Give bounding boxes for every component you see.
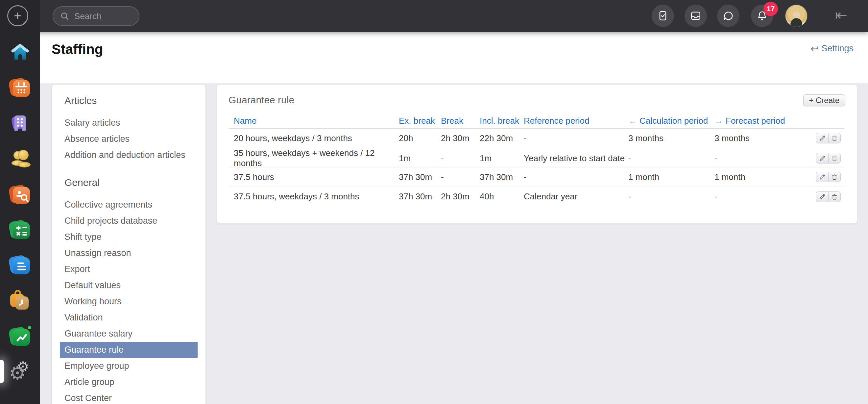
nav-item-working-hours[interactable]: Working hours [60, 293, 197, 310]
home-icon [9, 42, 31, 63]
settings-nav-panel: Articles Salary articles Absence article… [52, 84, 206, 404]
table-row: 20 hours, weekdays / 3 months 20h 2h 30m… [228, 128, 845, 148]
trash-icon [831, 135, 838, 142]
global-search[interactable] [53, 6, 140, 26]
back-arrow-icon: ↩ [810, 43, 819, 54]
pencil-icon [819, 155, 826, 162]
pencil-icon [819, 135, 826, 142]
sidebar-item-company[interactable] [9, 113, 31, 134]
column-header-calculation-period[interactable]: ←Calculation period [628, 116, 714, 126]
section-heading-general: General [64, 177, 193, 188]
building-icon [9, 113, 31, 134]
create-button[interactable]: + Create [803, 94, 845, 106]
sidebar-item-calculator[interactable] [9, 220, 31, 241]
active-app-indicator [0, 360, 4, 383]
trash-icon [831, 155, 838, 162]
trash-icon [831, 193, 838, 200]
nav-item-salary-articles[interactable]: Salary articles [60, 115, 197, 131]
column-header-name[interactable]: Name [228, 116, 399, 126]
chat-button[interactable] [717, 5, 739, 27]
search-input[interactable] [74, 11, 127, 21]
section-heading-articles: Articles [64, 95, 193, 106]
sidebar-item-time-tracking[interactable] [9, 290, 31, 311]
tasks-button[interactable] [652, 5, 674, 27]
sidebar-item-settings[interactable]: ⚙⚙ [9, 361, 31, 382]
panel-title: Guarantee rule [228, 94, 294, 106]
column-header-reference-period[interactable]: Reference period [524, 116, 628, 126]
nav-item-absence-articles[interactable]: Absence articles [60, 131, 197, 147]
nav-item-child-projects-database[interactable]: Child projects database [60, 213, 197, 229]
general-list: Collective agreements Child projects dat… [64, 197, 193, 404]
edit-button[interactable] [816, 153, 828, 164]
settings-link-label: Settings [821, 44, 854, 54]
nav-item-default-values[interactable]: Default values [60, 277, 197, 293]
coins-icon [9, 148, 31, 169]
inbox-button[interactable] [685, 5, 707, 27]
sidebar-item-documents[interactable] [9, 255, 31, 276]
nav-item-collective-agreements[interactable]: Collective agreements [60, 197, 197, 213]
edit-button[interactable] [816, 133, 828, 143]
pencil-icon [819, 193, 826, 200]
chat-icon [722, 10, 734, 22]
left-arrow-icon: ← [628, 116, 637, 126]
settings-link[interactable]: ↩ Settings [810, 43, 854, 54]
column-header-forecast-period[interactable]: →Forecast period [714, 116, 816, 126]
delete-button[interactable] [828, 192, 841, 202]
delete-button[interactable] [828, 153, 841, 164]
edit-button[interactable] [816, 192, 828, 202]
notification-count-badge: 17 [764, 2, 778, 16]
table-row: 35 hours, weekdays + weekends / 12 month… [228, 148, 845, 168]
right-arrow-icon: → [714, 116, 723, 126]
trash-icon [831, 173, 838, 181]
column-header-incl-break[interactable]: Incl. break [480, 116, 524, 126]
page-title: Staffing [52, 41, 103, 57]
sidebar-item-recruitment[interactable] [9, 184, 31, 206]
articles-list: Salary articles Absence articles Additio… [64, 115, 193, 163]
inbox-icon [690, 10, 702, 22]
sidebar-item-scheduling[interactable] [9, 78, 31, 99]
sidebar-item-analytics[interactable] [9, 327, 31, 348]
column-header-ex-break[interactable]: Ex. break [399, 116, 441, 126]
guarantee-rule-table: Name Ex. break Break Incl. break Referen… [228, 114, 845, 206]
nav-item-unassign-reason[interactable]: Unassign reason [60, 245, 197, 261]
notification-dot [28, 326, 31, 329]
nav-item-validation[interactable]: Validation [60, 310, 197, 326]
sidebar-item-home[interactable] [9, 42, 31, 63]
collapse-sidebar-icon[interactable]: ⇤ [835, 8, 847, 22]
nav-item-addition-deduction-articles[interactable]: Addition and deduction articles [60, 147, 197, 163]
column-header-break[interactable]: Break [441, 116, 480, 126]
table-row: 37.5 hours 37h 30m - 37h 30m - 1 month 1… [228, 168, 845, 187]
page-header: Staffing ↩ Settings [40, 32, 868, 83]
add-button[interactable] [7, 5, 28, 26]
delete-button[interactable] [828, 133, 841, 143]
nav-item-guarantee-salary[interactable]: Guarantee salary [60, 326, 197, 342]
nav-item-employee-group[interactable]: Employee group [60, 358, 197, 374]
app-sidebar: ⚙⚙ [0, 0, 40, 404]
nav-item-cost-center[interactable]: Cost Center [60, 390, 197, 404]
plus-icon [13, 11, 23, 21]
tasks-icon [657, 10, 669, 22]
delete-button[interactable] [828, 172, 841, 182]
guarantee-rule-panel: Guarantee rule + Create Name Ex. break B… [216, 84, 857, 224]
edit-button[interactable] [816, 172, 828, 182]
nav-item-guarantee-rule[interactable]: Guarantee rule [60, 342, 197, 358]
user-avatar[interactable] [785, 5, 807, 27]
pencil-icon [819, 173, 826, 181]
nav-item-shift-type[interactable]: Shift type [60, 229, 197, 245]
topbar: 17 ⇤ [0, 0, 868, 32]
nav-item-article-group[interactable]: Article group [60, 374, 197, 390]
gear-icon: ⚙⚙ [9, 361, 31, 382]
table-header-row: Name Ex. break Break Incl. break Referen… [228, 114, 845, 128]
sidebar-item-payroll[interactable] [9, 148, 31, 169]
table-row: 37.5 hours, weekdays / 3 months 37h 30m … [228, 187, 845, 206]
search-icon [60, 11, 70, 21]
nav-item-export[interactable]: Export [60, 261, 197, 277]
time-icon [9, 290, 31, 311]
